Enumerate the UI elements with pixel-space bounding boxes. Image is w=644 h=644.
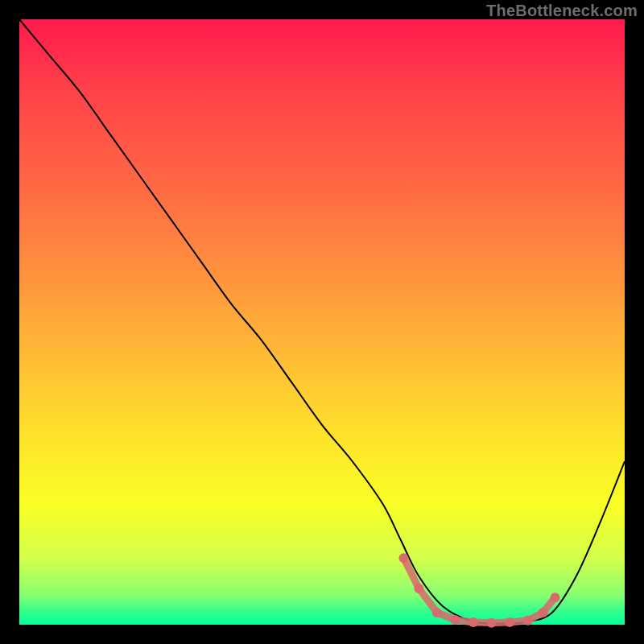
highlight-dot bbox=[551, 592, 560, 602]
highlight-dot bbox=[469, 617, 478, 627]
highlight-dot bbox=[539, 608, 548, 617]
highlight-dot bbox=[414, 584, 423, 593]
chart-frame bbox=[19, 19, 625, 625]
highlight-dot bbox=[450, 615, 460, 625]
highlight-dot bbox=[505, 617, 514, 627]
bottleneck-curve-path bbox=[19, 19, 625, 624]
highlight-dot bbox=[523, 616, 533, 625]
curve-line bbox=[19, 19, 625, 624]
highlight-dot bbox=[487, 618, 497, 628]
highlight-dots-group bbox=[399, 553, 560, 627]
highlight-dot bbox=[399, 553, 409, 563]
plot-area bbox=[19, 19, 625, 625]
watermark-text: TheBottleneck.com bbox=[486, 2, 638, 20]
chart-svg bbox=[19, 19, 625, 625]
highlight-segment bbox=[404, 558, 555, 622]
highlight-dot bbox=[432, 608, 442, 617]
